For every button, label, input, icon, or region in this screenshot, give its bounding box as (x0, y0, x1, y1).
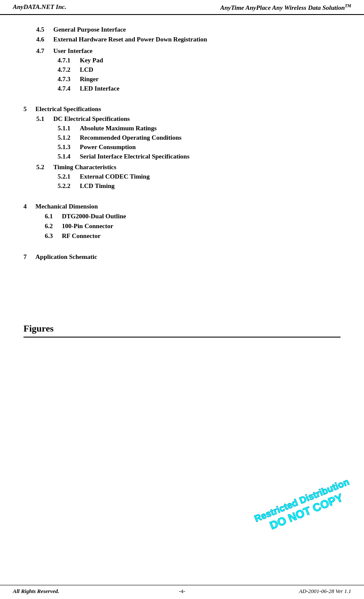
toc-title-5-1-4: Serial Interface Electrical Specificatio… (80, 153, 189, 160)
toc-title-5-2-2: LCD Timing (80, 182, 115, 190)
toc-title-5-1-1: Absolute Maximum Ratings (80, 125, 157, 132)
gap1 (23, 94, 341, 101)
toc-num-4-mech: 4 (23, 203, 32, 210)
header-company: AnyDATA.NET Inc. (13, 3, 66, 11)
toc-item-6-3[interactable]: 6.3 RF Connector (45, 232, 341, 240)
toc-title-4-7: User Interface (53, 47, 93, 55)
watermark-container: Restricted Distribution DO NOT COPY (253, 494, 355, 561)
toc-title-4-7-3: Ringer (80, 76, 99, 83)
footer-page-number: -4- (179, 588, 185, 595)
toc-item-5-1-4[interactable]: 5.1.4 Serial Interface Electrical Specif… (58, 153, 341, 160)
toc-item-4-7-4[interactable]: 4.7.4 LED Interface (58, 85, 341, 92)
toc-item-5-1-2[interactable]: 5.1.2 Recommended Operating Conditions (58, 134, 341, 141)
toc-item-7[interactable]: 7 Application Schematic (23, 253, 341, 261)
toc-num-6-1: 6.1 (45, 213, 58, 220)
toc-num-5-1-2: 5.1.2 (58, 134, 76, 141)
toc-title-5-1-2: Recommended Operating Conditions (80, 134, 181, 141)
toc-item-5-2-2[interactable]: 5.2.2 LCD Timing (58, 182, 341, 190)
page-container: AnyDATA.NET Inc. AnyTime AnyPlace Any Wi… (0, 0, 364, 599)
gap2 (23, 191, 341, 199)
toc-num-5-1: 5.1 (36, 115, 50, 123)
gap3 (23, 241, 341, 249)
header-tm: TM (345, 3, 351, 8)
toc-title-4-5: General Purpose Interface (53, 26, 126, 33)
header-tagline-text: AnyTime AnyPlace Any Wireless Data Solut… (220, 4, 345, 11)
toc-title-6-2: 100-Pin Connector (62, 223, 113, 230)
toc-item-5-1-1[interactable]: 5.1.1 Absolute Maximum Ratings (58, 125, 341, 132)
toc-num-5-1-4: 5.1.4 (58, 153, 76, 160)
gap4 (23, 263, 341, 314)
toc-item-5-1-3[interactable]: 5.1.3 Power Consumption (58, 144, 341, 151)
toc-item-4-6[interactable]: 4.6 External Hardware Reset and Power Do… (36, 36, 341, 43)
toc-item-6-2[interactable]: 6.2 100-Pin Connector (45, 223, 341, 230)
toc-item-5-2[interactable]: 5.2 Timing Characteristics (36, 164, 341, 171)
toc-item-4-mech[interactable]: 4 Mechanical Dimension (23, 203, 341, 210)
toc-title-5-2-1: External CODEC Timing (80, 173, 150, 180)
toc-title-6-3: RF Connector (62, 232, 101, 240)
toc-title-5-2: Timing Characteristics (53, 164, 116, 171)
footer-rights: All Rights Reserved. (13, 588, 59, 595)
page-header: AnyDATA.NET Inc. AnyTime AnyPlace Any Wi… (0, 0, 364, 15)
toc-content: 4.5 General Purpose Interface 4.6 Extern… (0, 15, 364, 372)
toc-title-4-mech: Mechanical Dimension (35, 203, 98, 210)
toc-item-4-7-2[interactable]: 4.7.2 LCD (58, 66, 341, 73)
toc-num-5-2-1: 5.2.1 (58, 173, 76, 180)
toc-item-4-5[interactable]: 4.5 General Purpose Interface (36, 26, 341, 33)
figures-section: Figures (23, 323, 341, 338)
toc-num-4-7-1: 4.7.1 (58, 57, 76, 64)
toc-num-4-6: 4.6 (36, 36, 50, 43)
toc-title-5-1: DC Electrical Specifications (53, 115, 130, 123)
figures-heading: Figures (23, 323, 53, 334)
toc-item-5[interactable]: 5 Electrical Specifications (23, 106, 341, 113)
toc-item-4-7-1[interactable]: 4.7.1 Key Pad (58, 57, 341, 64)
header-tagline: AnyTime AnyPlace Any Wireless Data Solut… (220, 3, 351, 12)
toc-num-4-7-4: 4.7.4 (58, 85, 76, 92)
toc-item-5-1[interactable]: 5.1 DC Electrical Specifications (36, 115, 341, 123)
toc-num-4-7-3: 4.7.3 (58, 76, 76, 83)
toc-title-6-1: DTG2000-Dual Outline (62, 213, 126, 220)
toc-num-5-1-1: 5.1.1 (58, 125, 76, 132)
toc-title-4-7-2: LCD (80, 66, 93, 73)
toc-item-4-7[interactable]: 4.7 User Interface (36, 47, 341, 55)
toc-num-4-5: 4.5 (36, 26, 50, 33)
toc-num-4-7-2: 4.7.2 (58, 66, 76, 73)
toc-num-6-2: 6.2 (45, 223, 58, 230)
toc-item-5-2-1[interactable]: 5.2.1 External CODEC Timing (58, 173, 341, 180)
toc-title-7: Application Schematic (35, 253, 97, 261)
toc-title-4-7-4: LED Interface (80, 85, 119, 92)
toc-num-4-7: 4.7 (36, 47, 50, 55)
toc-num-5-2: 5.2 (36, 164, 50, 171)
toc-title-5-1-3: Power Consumption (80, 144, 136, 151)
toc-num-5: 5 (23, 106, 32, 113)
toc-title-4-7-1: Key Pad (80, 57, 103, 64)
toc-num-5-1-3: 5.1.3 (58, 144, 76, 151)
toc-item-4-7-3[interactable]: 4.7.3 Ringer (58, 76, 341, 83)
toc-title-4-6: External Hardware Reset and Power Down R… (53, 36, 207, 43)
toc-title-5: Electrical Specifications (35, 106, 101, 113)
footer-version: AD-2001-06-28 Ver 1.1 (299, 588, 351, 595)
toc-num-6-3: 6.3 (45, 232, 58, 240)
page-footer: All Rights Reserved. -4- AD-2001-06-28 V… (0, 585, 364, 599)
toc-num-5-2-2: 5.2.2 (58, 182, 76, 190)
toc-num-7: 7 (23, 253, 32, 261)
toc-item-6-1[interactable]: 6.1 DTG2000-Dual Outline (45, 213, 341, 220)
